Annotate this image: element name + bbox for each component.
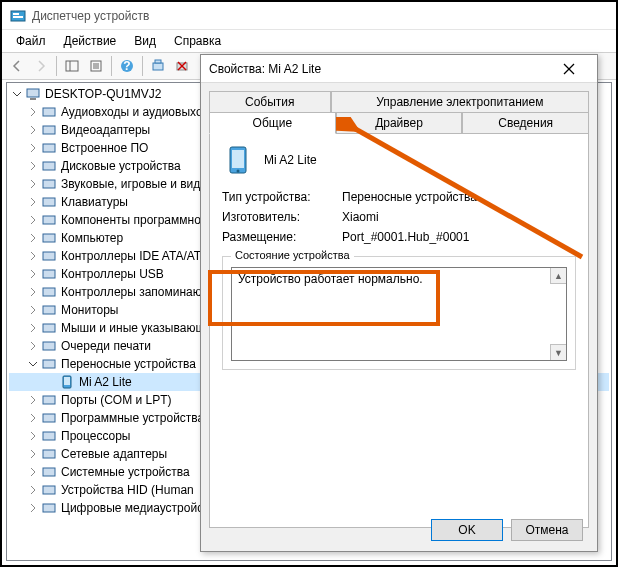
expand-icon[interactable]	[27, 214, 39, 226]
svg-rect-36	[43, 414, 55, 422]
expand-icon[interactable]	[27, 178, 39, 190]
type-label: Тип устройства:	[222, 190, 342, 204]
menu-file[interactable]: Файл	[8, 32, 54, 50]
scroll-down-icon[interactable]: ▼	[550, 344, 566, 360]
expand-icon[interactable]	[27, 268, 39, 280]
svg-rect-21	[43, 162, 55, 170]
category-icon	[41, 212, 57, 228]
collapse-icon[interactable]	[11, 88, 23, 100]
uninstall-button[interactable]	[171, 55, 193, 77]
category-icon	[41, 302, 57, 318]
expand-icon[interactable]	[27, 286, 39, 298]
expand-icon[interactable]	[27, 502, 39, 514]
menu-action[interactable]: Действие	[56, 32, 125, 50]
expand-icon[interactable]	[27, 196, 39, 208]
tree-item-label: Видеоадаптеры	[61, 123, 150, 137]
category-icon	[41, 338, 57, 354]
properties-dialog: Свойства: Mi A2 Lite События Управление …	[200, 54, 598, 552]
expand-icon[interactable]	[27, 106, 39, 118]
tab-driver[interactable]: Драйвер	[336, 112, 463, 134]
svg-rect-34	[64, 377, 70, 385]
expand-icon[interactable]	[27, 304, 39, 316]
svg-rect-41	[43, 504, 55, 512]
expand-icon[interactable]	[27, 394, 39, 406]
tree-item-label: Мыши и иные указывающие	[61, 321, 219, 335]
expand-icon[interactable]	[27, 340, 39, 352]
app-icon	[10, 8, 26, 24]
tree-item-label: Мониторы	[61, 303, 118, 317]
tab-general[interactable]: Общие	[209, 112, 336, 134]
tree-item-label: Программные устройства	[61, 411, 204, 425]
svg-rect-37	[43, 432, 55, 440]
help-button[interactable]: ?	[116, 55, 138, 77]
expand-icon[interactable]	[27, 466, 39, 478]
loc-label: Размещение:	[222, 230, 342, 244]
svg-rect-23	[43, 198, 55, 206]
status-textbox[interactable]: Устройство работает нормально. ▲ ▼	[231, 267, 567, 361]
svg-rect-20	[43, 144, 55, 152]
menubar: Файл Действие Вид Справка	[2, 30, 616, 52]
svg-rect-26	[43, 252, 55, 260]
svg-rect-2	[13, 16, 23, 18]
tree-item-label: Переносные устройства	[61, 357, 196, 371]
computer-icon	[25, 86, 41, 102]
svg-rect-30	[43, 324, 55, 332]
expand-icon[interactable]	[27, 322, 39, 334]
svg-text:?: ?	[123, 59, 130, 73]
tree-item-label: Системные устройства	[61, 465, 190, 479]
forward-button[interactable]	[30, 55, 52, 77]
tab-events[interactable]: События	[209, 91, 331, 113]
category-icon	[41, 104, 57, 120]
svg-rect-32	[43, 360, 55, 368]
window-title: Диспетчер устройств	[32, 9, 149, 23]
collapse-icon[interactable]	[27, 358, 39, 370]
cancel-button[interactable]: Отмена	[511, 519, 583, 541]
status-text: Устройство работает нормально.	[238, 272, 423, 286]
expand-icon[interactable]	[27, 484, 39, 496]
tree-item-label: Контроллеры IDE ATA/ATAPI	[61, 249, 220, 263]
svg-rect-16	[27, 89, 39, 97]
tree-item-label: Компьютер	[61, 231, 123, 245]
expand-icon[interactable]	[27, 142, 39, 154]
expand-icon[interactable]	[27, 430, 39, 442]
device-icon	[59, 374, 75, 390]
category-icon	[41, 284, 57, 300]
expand-icon[interactable]	[27, 232, 39, 244]
scroll-up-icon[interactable]: ▲	[550, 268, 566, 284]
close-button[interactable]	[549, 56, 589, 82]
tree-item-label: Аудиовходы и аудиовыходы	[61, 105, 218, 119]
back-button[interactable]	[6, 55, 28, 77]
properties-button[interactable]	[85, 55, 107, 77]
category-icon	[41, 266, 57, 282]
tree-item-label: Порты (COM и LPT)	[61, 393, 172, 407]
svg-rect-31	[43, 342, 55, 350]
category-icon	[41, 410, 57, 426]
category-icon	[41, 140, 57, 156]
tree-root-label: DESKTOP-QU1MVJ2	[45, 87, 161, 101]
category-icon	[41, 320, 57, 336]
expand-icon[interactable]	[27, 160, 39, 172]
mfg-value: Xiaomi	[342, 210, 576, 224]
svg-rect-1	[13, 13, 19, 15]
expand-icon[interactable]	[27, 448, 39, 460]
window-titlebar: Диспетчер устройств	[2, 2, 616, 30]
dialog-titlebar: Свойства: Mi A2 Lite	[201, 55, 597, 83]
expand-icon[interactable]	[27, 250, 39, 262]
svg-rect-28	[43, 288, 55, 296]
category-icon	[41, 194, 57, 210]
tab-power[interactable]: Управление электропитанием	[331, 91, 589, 113]
ok-button[interactable]: OK	[431, 519, 503, 541]
svg-rect-11	[153, 63, 163, 70]
menu-help[interactable]: Справка	[166, 32, 229, 50]
dialog-title: Свойства: Mi A2 Lite	[209, 62, 549, 76]
expand-icon[interactable]	[27, 412, 39, 424]
category-icon	[41, 248, 57, 264]
expand-icon[interactable]	[27, 124, 39, 136]
scan-hardware-button[interactable]	[147, 55, 169, 77]
menu-view[interactable]: Вид	[126, 32, 164, 50]
svg-rect-25	[43, 234, 55, 242]
tab-body: Mi A2 Lite Тип устройства: Переносные ус…	[209, 134, 589, 528]
tab-details[interactable]: Сведения	[462, 112, 589, 134]
show-hide-tree-button[interactable]	[61, 55, 83, 77]
svg-rect-3	[66, 61, 78, 71]
